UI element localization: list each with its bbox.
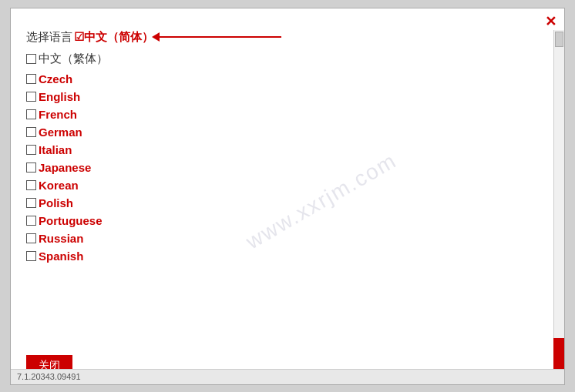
dialog-window: ✕ 选择语言 ☑中文（简体） 中文（繁体） Czech English <box>10 8 565 385</box>
list-item-korean[interactable]: Korean <box>26 176 549 194</box>
checkbox-english[interactable] <box>26 92 36 102</box>
list-item-english[interactable]: English <box>26 88 549 106</box>
list-item-polish[interactable]: Polish <box>26 194 549 212</box>
checkbox-italian[interactable] <box>26 145 36 155</box>
checkbox-japanese[interactable] <box>26 162 36 173</box>
list-item-russian[interactable]: Russian <box>26 230 549 247</box>
list-item-japanese[interactable]: Japanese <box>26 159 549 176</box>
checkbox-polish[interactable] <box>26 198 36 208</box>
lang-name-french: French <box>39 108 77 121</box>
checkbox-french[interactable] <box>26 109 36 119</box>
arrow-container <box>158 36 281 38</box>
lang-name-portuguese: Portuguese <box>39 214 103 227</box>
list-item-french[interactable]: French <box>26 106 549 123</box>
header-row: 选择语言 ☑中文（简体） <box>26 30 549 45</box>
lang-name-chinese-traditional: 中文（繁体） <box>39 52 108 66</box>
lang-name-czech: Czech <box>39 72 72 85</box>
version-text: 7.1.20343.09491 <box>17 372 81 381</box>
checkbox-russian[interactable] <box>26 233 36 243</box>
lang-name-italian: Italian <box>39 143 72 156</box>
checkbox-czech[interactable] <box>26 74 36 84</box>
scrollbar-thumb[interactable] <box>555 32 563 47</box>
arrow-line <box>158 36 281 38</box>
language-list[interactable]: 中文（繁体） Czech English French German Itali <box>26 49 549 349</box>
header-label: 选择语言 <box>26 30 72 45</box>
header-checked-lang: ☑中文（简体） <box>74 30 153 45</box>
lang-name-korean: Korean <box>39 179 79 192</box>
lang-name-japanese: Japanese <box>39 161 91 174</box>
lang-name-russian: Russian <box>39 232 83 245</box>
lang-name-english: English <box>39 90 80 103</box>
checkbox-german[interactable] <box>26 127 36 137</box>
version-bar: 7.1.20343.09491 <box>11 369 564 384</box>
list-item-german[interactable]: German <box>26 123 549 141</box>
checkbox-portuguese[interactable] <box>26 216 36 226</box>
list-item-chinese-traditional[interactable]: 中文（繁体） <box>26 49 549 69</box>
list-item-czech[interactable]: Czech <box>26 70 549 88</box>
checkbox-chinese-traditional[interactable] <box>26 54 36 64</box>
title-bar: ✕ <box>11 8 564 30</box>
content-area: 选择语言 ☑中文（简体） 中文（繁体） Czech English Frenc <box>11 30 564 384</box>
scrollbar-track[interactable] <box>553 30 564 384</box>
list-item-portuguese[interactable]: Portuguese <box>26 212 549 230</box>
lang-name-spanish: Spanish <box>39 250 83 263</box>
lang-name-german: German <box>39 126 82 139</box>
x-close-button[interactable]: ✕ <box>542 13 560 30</box>
list-item-italian[interactable]: Italian <box>26 141 549 159</box>
lang-name-polish: Polish <box>39 196 73 209</box>
checkbox-spanish[interactable] <box>26 251 36 261</box>
list-item-spanish[interactable]: Spanish <box>26 247 549 265</box>
checkbox-korean[interactable] <box>26 180 36 190</box>
